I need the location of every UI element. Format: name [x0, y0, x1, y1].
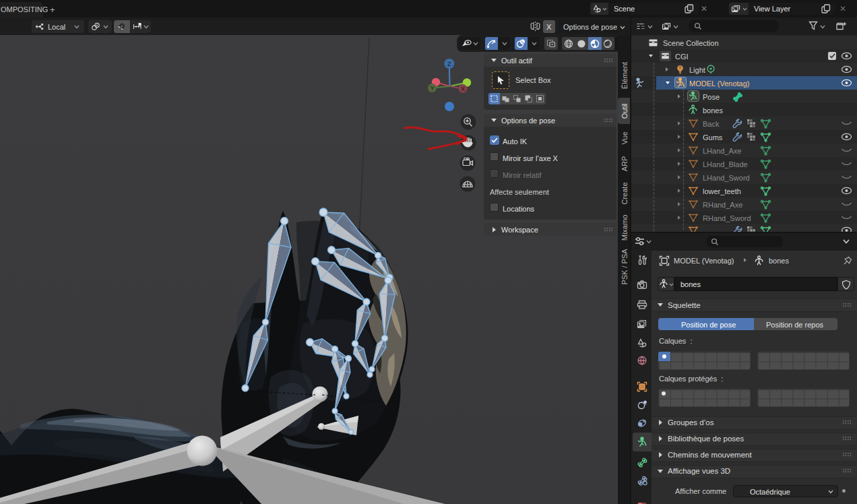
svg-text:Y: Y [431, 85, 435, 92]
svg-text:Z: Z [447, 61, 451, 67]
svg-text:X: X [461, 86, 465, 92]
